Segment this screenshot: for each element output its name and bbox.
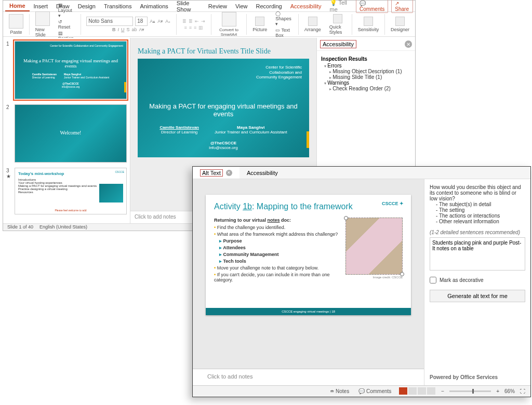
new-slide-button[interactable]: New Slide (33, 11, 52, 37)
bullets-icon[interactable]: ≣ (182, 19, 187, 24)
warnings-group[interactable]: Warnings (324, 80, 411, 86)
tab-view[interactable]: View (231, 2, 252, 11)
comments-button[interactable]: 💬 Comments (356, 0, 388, 13)
decrease-font-icon[interactable]: A▾ (157, 19, 163, 24)
slide-thumbnail-2[interactable]: Welcome! (15, 104, 127, 163)
tab-transitions[interactable]: Transitions (100, 2, 136, 11)
generate-alt-text-button[interactable]: Generate alt text for me (430, 290, 525, 302)
tab-accessibility[interactable]: Accessibility (286, 2, 326, 11)
current-slide[interactable]: CSCCE ✦ Activity 1b: Mapping to the fram… (206, 195, 411, 315)
current-slide[interactable]: Center for Scientific Collaboration and … (138, 59, 309, 157)
paste-group[interactable]: Paste (6, 14, 26, 35)
indent-right-icon[interactable]: ⇥ (201, 19, 205, 24)
layout-button[interactable]: ▦ Layout ▾ (58, 3, 75, 18)
arrange-button[interactable]: Arrange (302, 17, 324, 32)
align-left-icon[interactable]: ≡ (184, 25, 187, 30)
slide-title: Making a PACT for engaging virtual meeti… (145, 102, 302, 118)
convert-smartart-button[interactable]: Convert to SmartArt (215, 12, 244, 37)
tell-me[interactable]: 💡 Tell me (326, 0, 356, 14)
side-pane-tabs: Alt Text ✕ Accessibility (193, 167, 530, 179)
tab-accessibility-side[interactable]: Accessibility (240, 167, 285, 179)
bold-icon[interactable]: B (112, 27, 116, 32)
designer-icon (395, 17, 405, 26)
error-item-label: Missing Object Description (1) (332, 69, 402, 74)
zoom-out-icon[interactable]: − (441, 388, 444, 394)
thumb1-email: info@cscce.org (62, 85, 80, 88)
alt-text-question: How would you describe this object and i… (430, 184, 525, 201)
quick-styles-button[interactable]: Quick Styles (327, 14, 349, 35)
alt-text-input[interactable] (430, 237, 525, 271)
mark-decorative-checkbox[interactable]: Mark as decorative (430, 277, 525, 284)
highlight-icon[interactable]: ab (131, 27, 137, 32)
sensitivity-button[interactable]: Sensitivity (355, 17, 382, 32)
font-color-icon[interactable]: A▾ (139, 27, 144, 32)
view-mode-buttons[interactable] (398, 387, 436, 396)
share-label: Share (395, 6, 409, 12)
normal-view-icon[interactable] (399, 387, 407, 395)
tab-animations[interactable]: Animations (136, 2, 172, 11)
numbering-icon[interactable]: ≣ (189, 19, 193, 24)
slide-thumbnail-3[interactable]: CSCCE Today's mini-workshop Introduction… (15, 168, 127, 214)
language-status[interactable]: English (United States) (39, 224, 87, 230)
warning-item[interactable]: Check Reading Order (2) (329, 86, 411, 91)
align-right-icon[interactable]: ≡ (194, 25, 196, 30)
share-button[interactable]: ↗ Share (391, 0, 413, 13)
font-size-select[interactable]: 18 (135, 17, 148, 26)
increase-font-icon[interactable]: A▴ (150, 19, 155, 24)
tab-alt-text[interactable]: Alt Text ✕ (193, 167, 240, 179)
picture-icon (255, 17, 264, 26)
indent-left-icon[interactable]: ⇤ (195, 19, 199, 24)
columns-icon[interactable]: ▥ (198, 25, 203, 30)
clear-format-icon[interactable]: Aₓ (165, 19, 170, 24)
align-center-icon[interactable]: ≡ (189, 25, 192, 30)
comments-label: Comments (360, 6, 384, 12)
error-item[interactable]: Missing Object Description (1) (329, 69, 411, 74)
tab-slideshow[interactable]: Slide Show (172, 0, 204, 14)
tab-insert[interactable]: Insert (30, 2, 52, 11)
reset-button[interactable]: ↺ Reset (58, 19, 75, 30)
thumb1-legend: Center for Scientific Collaboration and … (50, 45, 123, 48)
tab-review[interactable]: Review (204, 2, 231, 11)
tab-recording[interactable]: Recording (252, 2, 286, 11)
italic-icon[interactable]: I (117, 27, 119, 32)
shapes-button[interactable]: ◯ Shapes ▾ (275, 11, 292, 26)
zoom-slider[interactable] (449, 390, 491, 392)
alt-text-recommendation: (1-2 detailed sentences recommended) (430, 230, 525, 235)
alt-text-hint-item: - The subject(s) in detail (436, 201, 525, 207)
errors-group[interactable]: Errors (324, 63, 411, 69)
selected-image[interactable] (345, 218, 403, 275)
cscce-logo: CSCCE (382, 201, 398, 206)
bullet: Find the challenge you identified. (214, 225, 340, 230)
bullet: Move your challenge note to that categor… (214, 265, 340, 271)
underline-icon[interactable]: U (121, 27, 125, 32)
comments-label: Comments (366, 388, 391, 394)
reading-view-icon[interactable] (418, 387, 426, 395)
picture-button[interactable]: Picture (250, 17, 270, 32)
thumb1-role1: Director of Learning (32, 76, 55, 79)
slideshow-view-icon[interactable] (427, 387, 435, 395)
decorative-checkbox-input[interactable] (430, 277, 436, 284)
sub-bullet: Attendees (223, 245, 246, 250)
textbox-button[interactable]: ▭ Text Box (275, 28, 292, 38)
error-item[interactable]: Missing Slide Title (1) (329, 74, 411, 80)
slide-email: info@cscce.org (209, 145, 237, 150)
tab-design[interactable]: Design (74, 2, 100, 11)
inspection-results-header: Inspection Results (321, 56, 411, 62)
fit-to-window-icon[interactable]: ⛶ (520, 388, 525, 394)
close-icon[interactable]: ✕ (226, 170, 232, 176)
notes-toggle[interactable]: ≐ Notes (328, 388, 351, 394)
close-icon[interactable]: ✕ (405, 40, 412, 48)
comments-toggle[interactable]: 💬 Comments (356, 388, 393, 394)
slide-role2: Junior Trainer and Curriculum Assistant (215, 130, 287, 134)
font-name-select[interactable]: Noto Sans (86, 17, 133, 26)
sorter-view-icon[interactable] (408, 387, 417, 395)
zoom-in-icon[interactable]: + (496, 388, 499, 394)
slide-thumbnail-1[interactable]: Center for Scientific Collaboration and … (15, 41, 127, 99)
layout-label: Layout (58, 8, 72, 13)
tab-home[interactable]: Home (5, 1, 30, 11)
strike-icon[interactable]: S (126, 27, 129, 32)
designer-button[interactable]: Designer (388, 17, 412, 32)
font-name-value: Noto Sans (88, 18, 113, 24)
ribbon-body: Paste New Slide ▦ Layout ▾ ↺ Reset ▤ Sec… (3, 12, 415, 37)
notes-area[interactable]: Click to add notes (193, 369, 424, 385)
